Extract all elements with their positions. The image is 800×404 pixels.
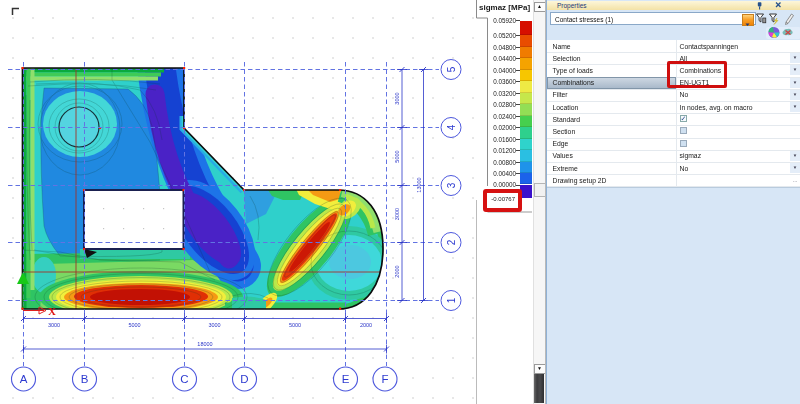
svg-text:1: 1 [446,297,457,303]
svg-text:X: X [48,305,56,317]
svg-text:13000: 13000 [416,177,422,192]
svg-text:2000: 2000 [394,265,400,277]
svg-text:5000: 5000 [289,322,301,328]
svg-text:3000: 3000 [208,322,220,328]
svg-text:3000: 3000 [394,92,400,104]
svg-text:4: 4 [446,124,457,130]
svg-text:E: E [342,373,350,385]
svg-text:5000: 5000 [394,150,400,162]
svg-text:2000: 2000 [360,322,372,328]
svg-text:A: A [20,373,28,385]
svg-text:B: B [81,373,89,385]
svg-text:18000: 18000 [197,341,212,347]
svg-text:3000: 3000 [394,208,400,220]
svg-text:5: 5 [446,66,457,72]
svg-text:3000: 3000 [48,322,60,328]
svg-text:C: C [180,373,188,385]
svg-text:2: 2 [446,239,457,245]
svg-text:5000: 5000 [128,322,140,328]
svg-text:D: D [240,373,248,385]
svg-text:F: F [381,373,388,385]
svg-text:3: 3 [446,182,457,188]
